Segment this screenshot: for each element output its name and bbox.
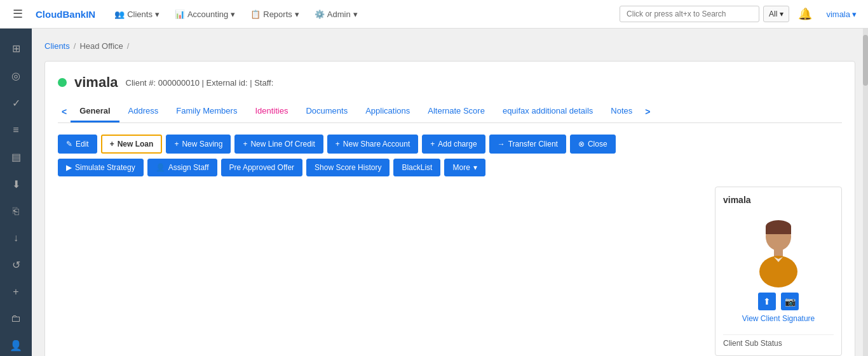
more-button[interactable]: More ▾ xyxy=(444,159,485,176)
sidebar-item-refresh[interactable]: ↺ xyxy=(0,251,32,279)
brand-logo[interactable]: CloudBankIN xyxy=(29,9,102,20)
search-area: All ▾ 🔔 vimala ▾ xyxy=(620,6,862,22)
breadcrumb-sep1: / xyxy=(74,41,76,51)
new-share-account-button[interactable]: + New Share Account xyxy=(327,135,418,154)
check-icon: ✓ xyxy=(12,97,20,109)
hamburger-icon[interactable]: ☰ xyxy=(6,7,29,21)
nav-menu: 👥 Clients ▾ 📊 Accounting ▾ 📋 Reports ▾ ⚙… xyxy=(108,4,363,24)
nav-clients[interactable]: 👥 Clients ▾ xyxy=(108,4,166,24)
client-number: 000000010 xyxy=(158,78,200,88)
new-saving-button[interactable]: + New Saving xyxy=(166,135,231,154)
clients-dropdown-icon: ▾ xyxy=(155,10,159,19)
reports-icon: 📋 xyxy=(250,10,261,19)
search-input[interactable] xyxy=(620,6,759,22)
client-card: vimala Client #: 000000010 | External id… xyxy=(44,61,855,356)
content-area: vimala xyxy=(58,187,842,356)
refresh-icon: ↺ xyxy=(12,259,20,271)
staff-label: | Staff: xyxy=(250,78,273,88)
tab-alternate-score[interactable]: Alternate Score xyxy=(419,101,494,122)
new-saving-icon: + xyxy=(174,140,179,148)
notification-bell-icon[interactable]: 🔔 xyxy=(793,7,817,21)
transfer-client-button[interactable]: → Transfer Client xyxy=(489,135,566,154)
close-button[interactable]: ⊗ Close xyxy=(570,135,616,154)
simulate-strategy-icon: ▶ xyxy=(66,163,72,172)
view-signature-link[interactable]: View Client Signature xyxy=(742,314,815,323)
client-header: vimala Client #: 000000010 | External id… xyxy=(58,74,842,91)
accounting-dropdown-icon: ▾ xyxy=(231,10,235,19)
gauge-icon: ◎ xyxy=(11,70,20,82)
sidebar-item-dashboard[interactable]: ⊞ xyxy=(0,35,32,62)
sidebar-item-download1[interactable]: ⬇ xyxy=(0,171,32,198)
action-buttons-row1: ✎ Edit + New Loan + New Saving + New Lin… xyxy=(58,135,842,154)
sidebar-item-gauge[interactable]: ◎ xyxy=(0,62,32,89)
search-type-dropdown[interactable]: All ▾ xyxy=(763,6,789,22)
edit-icon: ✎ xyxy=(66,140,72,148)
sidebar-item-person[interactable]: 👤 xyxy=(0,332,32,356)
tab-family-members[interactable]: Family Members xyxy=(167,101,246,122)
sidebar-item-page[interactable]: ⎗ xyxy=(0,198,32,225)
breadcrumb-head-office: Head Office xyxy=(79,41,123,51)
tab-notes[interactable]: Notes xyxy=(602,101,641,122)
show-score-history-button[interactable]: Show Score History xyxy=(306,159,390,176)
tab-applications[interactable]: Applications xyxy=(356,101,419,122)
avatar xyxy=(750,218,807,287)
accounting-icon: 📊 xyxy=(175,10,185,19)
action-buttons-row2: ▶ Simulate Strategy 👤 Assign Staff Pre A… xyxy=(58,159,842,176)
external-id-label: | External id: xyxy=(202,78,248,88)
more-dropdown-icon: ▾ xyxy=(473,163,477,172)
breadcrumb-sep2: / xyxy=(127,41,130,51)
sidebar-item-check[interactable]: ✓ xyxy=(0,89,32,117)
blacklist-button[interactable]: BlackList xyxy=(393,159,440,176)
tab-next-arrow[interactable]: > xyxy=(641,102,654,122)
sidebar-item-plus[interactable]: + xyxy=(0,279,32,305)
edit-button[interactable]: ✎ Edit xyxy=(58,135,97,154)
sidebar-item-lines[interactable]: ▤ xyxy=(0,143,32,171)
sidebar-item-folder[interactable]: 🗀 xyxy=(0,305,32,332)
add-charge-icon: + xyxy=(430,140,435,148)
tab-general[interactable]: General xyxy=(71,101,119,122)
assign-staff-icon: 👤 xyxy=(156,163,165,172)
list-icon: ≡ xyxy=(13,124,18,136)
nav-reports[interactable]: 📋 Reports ▾ xyxy=(244,4,306,24)
client-number-label: Client #: xyxy=(126,78,156,88)
reports-dropdown-icon: ▾ xyxy=(295,10,299,19)
camera-button[interactable]: 📷 xyxy=(781,293,799,310)
upload-icon: ⬆ xyxy=(763,296,771,307)
admin-icon: ⚙️ xyxy=(315,10,325,19)
tab-equifax[interactable]: equifax additional details xyxy=(494,101,602,122)
side-panel-client-name: vimala xyxy=(723,195,834,205)
tab-identities[interactable]: Identities xyxy=(246,101,297,122)
scrollbar[interactable] xyxy=(863,29,868,356)
search-dropdown-icon: ▾ xyxy=(780,10,783,18)
client-status-dot xyxy=(58,78,67,87)
sidebar: ⊞ ◎ ✓ ≡ ▤ ⬇ ⎗ ↓ ↺ + 🗀 👤 ⊞ xyxy=(0,29,32,356)
main-panel xyxy=(58,187,702,356)
sidebar-item-download2[interactable]: ↓ xyxy=(0,225,32,251)
nav-admin[interactable]: ⚙️ Admin ▾ xyxy=(308,4,364,24)
navbar: ☰ CloudBankIN 👥 Clients ▾ 📊 Accounting ▾… xyxy=(0,0,868,29)
avatar-action-icons: ⬆ 📷 xyxy=(758,293,799,310)
assign-staff-button[interactable]: 👤 Assign Staff xyxy=(147,159,217,176)
upload-photo-button[interactable]: ⬆ xyxy=(758,293,776,310)
lines-icon: ▤ xyxy=(11,151,21,163)
tab-address[interactable]: Address xyxy=(119,101,168,122)
nav-accounting[interactable]: 📊 Accounting ▾ xyxy=(168,4,241,24)
person-icon: 👤 xyxy=(10,340,22,352)
admin-dropdown-icon: ▾ xyxy=(353,10,358,19)
client-sub-status-label: Client Sub Status xyxy=(723,334,834,348)
breadcrumb-clients[interactable]: Clients xyxy=(44,41,70,51)
new-line-of-credit-button[interactable]: + New Line Of Credit xyxy=(234,135,323,154)
user-menu[interactable]: vimala ▾ xyxy=(821,10,862,19)
simulate-strategy-button[interactable]: ▶ Simulate Strategy xyxy=(58,159,144,176)
sidebar-item-list[interactable]: ≡ xyxy=(0,117,32,143)
close-icon: ⊗ xyxy=(578,140,585,148)
tab-prev-arrow[interactable]: < xyxy=(58,102,71,122)
download2-icon: ↓ xyxy=(13,232,18,244)
new-loan-button[interactable]: + New Loan xyxy=(101,135,163,154)
new-line-of-credit-icon: + xyxy=(243,140,247,148)
pre-approved-offer-button[interactable]: Pre Approved Offer xyxy=(221,159,303,176)
plus-icon: + xyxy=(13,286,18,298)
client-meta: Client #: 000000010 | External id: | Sta… xyxy=(126,78,274,88)
add-charge-button[interactable]: + Add charge xyxy=(422,135,485,154)
tab-documents[interactable]: Documents xyxy=(297,101,356,122)
